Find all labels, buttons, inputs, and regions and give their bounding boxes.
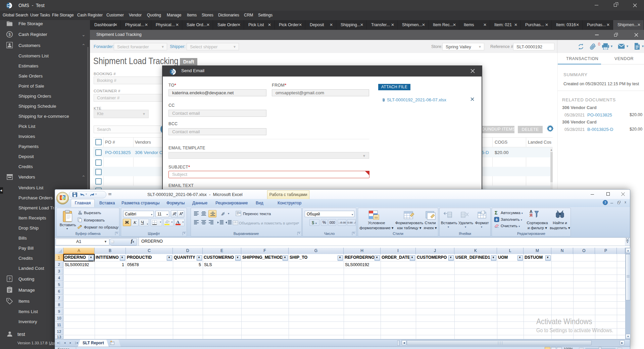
svg-text:?: ? xyxy=(8,277,11,281)
svg-text:$: $ xyxy=(8,32,11,37)
svg-text:?: ? xyxy=(604,201,606,204)
svg-text:a: a xyxy=(235,221,236,223)
